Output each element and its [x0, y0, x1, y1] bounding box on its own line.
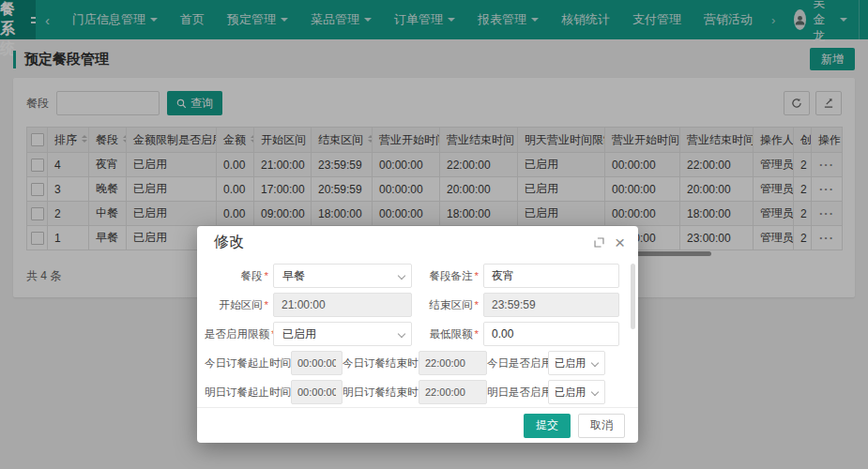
- today-start-input: [291, 351, 343, 375]
- remark-input[interactable]: [483, 264, 619, 288]
- close-icon[interactable]: ×: [615, 234, 625, 251]
- edit-modal: 修改 × 餐段* 早餐 餐段备注*: [197, 226, 638, 443]
- submit-button[interactable]: 提交: [524, 414, 571, 438]
- end-range-input: [483, 293, 619, 317]
- modal-scrollbar-thumb[interactable]: [631, 264, 635, 329]
- quota-enabled-select[interactable]: 已启用: [273, 322, 412, 346]
- chevron-down-icon: [398, 330, 405, 338]
- maximize-icon[interactable]: [593, 236, 605, 249]
- meal-select[interactable]: 早餐: [273, 264, 412, 288]
- app-window: 订餐系统 ‹ 门店信息管理首页预定管理菜品管理订单管理报表管理核销统计支付管理营…: [0, 0, 868, 469]
- chevron-down-icon: [591, 359, 599, 367]
- modal-form: 餐段* 早餐 餐段备注* 开始区间* 结束区间* 是否启用限额* 已启用: [197, 258, 638, 404]
- tomorrow-enabled-select[interactable]: 已启用: [548, 380, 605, 404]
- tomorrow-end-input: [419, 380, 487, 404]
- chevron-down-icon: [398, 272, 405, 280]
- tomorrow-start-input: [291, 380, 343, 404]
- modal-title: 修改: [214, 233, 244, 252]
- today-enabled-select[interactable]: 已启用: [548, 351, 605, 375]
- cancel-button[interactable]: 取消: [578, 414, 625, 438]
- chevron-down-icon: [591, 388, 599, 396]
- min-quota-input[interactable]: [483, 322, 619, 346]
- start-range-input: [273, 293, 412, 317]
- today-end-input: [419, 351, 487, 375]
